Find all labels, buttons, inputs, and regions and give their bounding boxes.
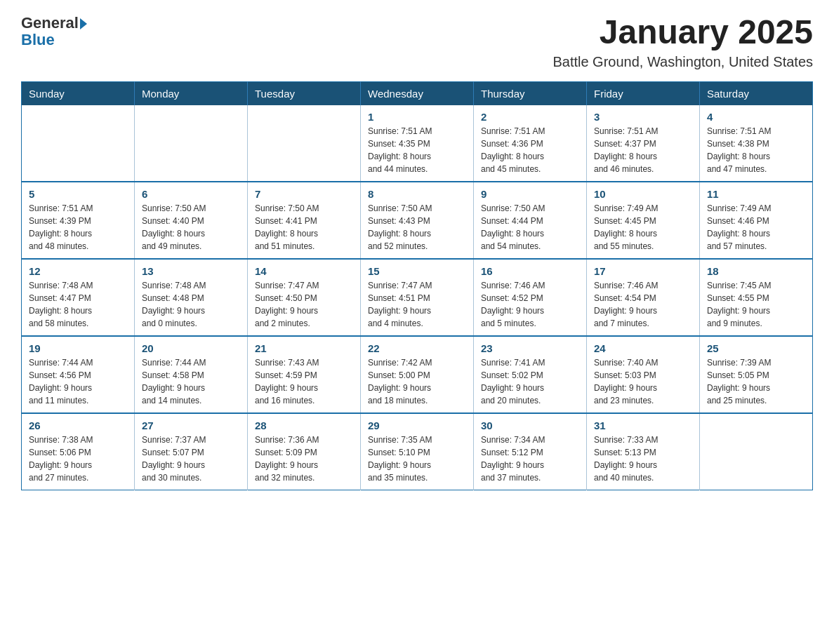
calendar-cell: 3Sunrise: 7:51 AM Sunset: 4:37 PM Daylig… [587,105,700,182]
day-number: 18 [707,265,805,277]
day-number: 23 [481,342,579,354]
weekday-header-sunday: Sunday [22,81,135,105]
day-number: 4 [707,111,805,123]
day-number: 11 [707,188,805,200]
day-number: 3 [594,111,692,123]
day-number: 29 [368,420,466,431]
weekday-header-thursday: Thursday [474,81,587,105]
page-header: General Blue January 2025 Battle Ground,… [21,14,813,70]
day-number: 13 [142,265,240,277]
logo-blue-text: Blue [21,32,87,48]
weekday-header-wednesday: Wednesday [361,81,474,105]
day-info: Sunrise: 7:38 AM Sunset: 5:06 PM Dayligh… [29,434,127,484]
logo: General Blue [21,14,87,48]
day-number: 27 [142,420,240,431]
calendar-cell: 5Sunrise: 7:51 AM Sunset: 4:39 PM Daylig… [22,182,135,259]
weekday-header-monday: Monday [135,81,248,105]
day-info: Sunrise: 7:37 AM Sunset: 5:07 PM Dayligh… [142,434,240,484]
calendar-week-row: 5Sunrise: 7:51 AM Sunset: 4:39 PM Daylig… [22,182,813,259]
calendar-cell: 22Sunrise: 7:42 AM Sunset: 5:00 PM Dayli… [361,336,474,413]
title-block: January 2025 Battle Ground, Washington, … [552,14,813,70]
day-info: Sunrise: 7:33 AM Sunset: 5:13 PM Dayligh… [594,434,692,484]
day-number: 1 [368,111,466,123]
calendar-week-row: 12Sunrise: 7:48 AM Sunset: 4:47 PM Dayli… [22,259,813,336]
calendar-cell: 28Sunrise: 7:36 AM Sunset: 5:09 PM Dayli… [248,413,361,490]
calendar-cell: 24Sunrise: 7:40 AM Sunset: 5:03 PM Dayli… [587,336,700,413]
calendar-cell: 29Sunrise: 7:35 AM Sunset: 5:10 PM Dayli… [361,413,474,490]
weekday-header-friday: Friday [587,81,700,105]
calendar-cell [135,105,248,182]
day-number: 17 [594,265,692,277]
day-info: Sunrise: 7:39 AM Sunset: 5:05 PM Dayligh… [707,356,805,407]
day-info: Sunrise: 7:50 AM Sunset: 4:44 PM Dayligh… [481,202,579,253]
calendar-cell: 16Sunrise: 7:46 AM Sunset: 4:52 PM Dayli… [474,259,587,336]
logo-arrow-icon [80,18,87,29]
day-number: 7 [255,188,353,200]
month-title: January 2025 [552,14,813,51]
day-info: Sunrise: 7:51 AM Sunset: 4:39 PM Dayligh… [29,202,127,253]
calendar-cell: 30Sunrise: 7:34 AM Sunset: 5:12 PM Dayli… [474,413,587,490]
calendar-cell: 27Sunrise: 7:37 AM Sunset: 5:07 PM Dayli… [135,413,248,490]
day-number: 20 [142,342,240,354]
weekday-header-saturday: Saturday [700,81,813,105]
calendar-cell: 6Sunrise: 7:50 AM Sunset: 4:40 PM Daylig… [135,182,248,259]
calendar-cell: 12Sunrise: 7:48 AM Sunset: 4:47 PM Dayli… [22,259,135,336]
calendar-week-row: 26Sunrise: 7:38 AM Sunset: 5:06 PM Dayli… [22,413,813,490]
calendar-cell [248,105,361,182]
day-info: Sunrise: 7:43 AM Sunset: 4:59 PM Dayligh… [255,356,353,407]
day-info: Sunrise: 7:35 AM Sunset: 5:10 PM Dayligh… [368,434,466,484]
day-number: 6 [142,188,240,200]
calendar-cell: 19Sunrise: 7:44 AM Sunset: 4:56 PM Dayli… [22,336,135,413]
day-info: Sunrise: 7:49 AM Sunset: 4:45 PM Dayligh… [594,202,692,253]
day-info: Sunrise: 7:50 AM Sunset: 4:41 PM Dayligh… [255,202,353,253]
day-info: Sunrise: 7:51 AM Sunset: 4:37 PM Dayligh… [594,125,692,175]
calendar-cell: 15Sunrise: 7:47 AM Sunset: 4:51 PM Dayli… [361,259,474,336]
day-info: Sunrise: 7:48 AM Sunset: 4:48 PM Dayligh… [142,279,240,330]
day-info: Sunrise: 7:50 AM Sunset: 4:40 PM Dayligh… [142,202,240,253]
calendar-cell [700,413,813,490]
calendar-cell: 9Sunrise: 7:50 AM Sunset: 4:44 PM Daylig… [474,182,587,259]
day-number: 28 [255,420,353,431]
day-number: 10 [594,188,692,200]
day-info: Sunrise: 7:51 AM Sunset: 4:36 PM Dayligh… [481,125,579,175]
day-info: Sunrise: 7:34 AM Sunset: 5:12 PM Dayligh… [481,434,579,484]
calendar-cell: 20Sunrise: 7:44 AM Sunset: 4:58 PM Dayli… [135,336,248,413]
day-info: Sunrise: 7:47 AM Sunset: 4:51 PM Dayligh… [368,279,466,330]
day-number: 12 [29,265,127,277]
calendar-cell: 7Sunrise: 7:50 AM Sunset: 4:41 PM Daylig… [248,182,361,259]
day-number: 25 [707,342,805,354]
day-info: Sunrise: 7:47 AM Sunset: 4:50 PM Dayligh… [255,279,353,330]
day-info: Sunrise: 7:40 AM Sunset: 5:03 PM Dayligh… [594,356,692,407]
day-number: 14 [255,265,353,277]
calendar-week-row: 1Sunrise: 7:51 AM Sunset: 4:35 PM Daylig… [22,105,813,182]
weekday-header-tuesday: Tuesday [248,81,361,105]
day-number: 30 [481,420,579,431]
calendar-week-row: 19Sunrise: 7:44 AM Sunset: 4:56 PM Dayli… [22,336,813,413]
day-number: 16 [481,265,579,277]
day-info: Sunrise: 7:48 AM Sunset: 4:47 PM Dayligh… [29,279,127,330]
location-title: Battle Ground, Washington, United States [552,54,813,70]
day-info: Sunrise: 7:49 AM Sunset: 4:46 PM Dayligh… [707,202,805,253]
calendar-table: SundayMondayTuesdayWednesdayThursdayFrid… [21,81,813,490]
day-number: 24 [594,342,692,354]
day-info: Sunrise: 7:44 AM Sunset: 4:56 PM Dayligh… [29,356,127,407]
day-number: 9 [481,188,579,200]
day-info: Sunrise: 7:46 AM Sunset: 4:54 PM Dayligh… [594,279,692,330]
calendar-cell: 25Sunrise: 7:39 AM Sunset: 5:05 PM Dayli… [700,336,813,413]
day-info: Sunrise: 7:44 AM Sunset: 4:58 PM Dayligh… [142,356,240,407]
calendar-cell: 18Sunrise: 7:45 AM Sunset: 4:55 PM Dayli… [700,259,813,336]
day-info: Sunrise: 7:36 AM Sunset: 5:09 PM Dayligh… [255,434,353,484]
calendar-cell: 11Sunrise: 7:49 AM Sunset: 4:46 PM Dayli… [700,182,813,259]
day-info: Sunrise: 7:45 AM Sunset: 4:55 PM Dayligh… [707,279,805,330]
day-info: Sunrise: 7:50 AM Sunset: 4:43 PM Dayligh… [368,202,466,253]
day-info: Sunrise: 7:42 AM Sunset: 5:00 PM Dayligh… [368,356,466,407]
calendar-cell: 2Sunrise: 7:51 AM Sunset: 4:36 PM Daylig… [474,105,587,182]
calendar-cell: 4Sunrise: 7:51 AM Sunset: 4:38 PM Daylig… [700,105,813,182]
day-info: Sunrise: 7:46 AM Sunset: 4:52 PM Dayligh… [481,279,579,330]
day-number: 5 [29,188,127,200]
day-number: 8 [368,188,466,200]
day-number: 19 [29,342,127,354]
day-info: Sunrise: 7:41 AM Sunset: 5:02 PM Dayligh… [481,356,579,407]
day-info: Sunrise: 7:51 AM Sunset: 4:35 PM Dayligh… [368,125,466,175]
day-info: Sunrise: 7:51 AM Sunset: 4:38 PM Dayligh… [707,125,805,175]
